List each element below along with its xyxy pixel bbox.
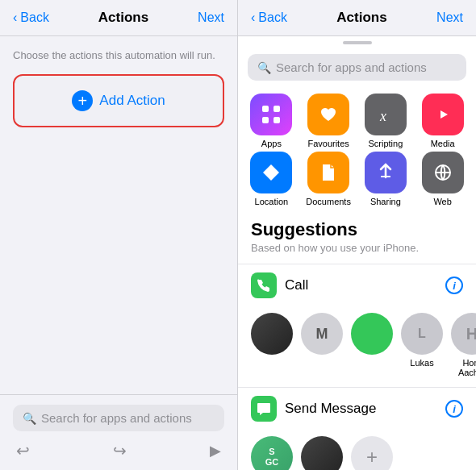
add-contact-button[interactable]: + (351, 436, 393, 470)
sharing-icon (365, 152, 407, 193)
category-sharing[interactable]: Sharing (359, 152, 413, 206)
right-panel: ‹ Back Actions Next 🔍 Search for apps an… (238, 0, 476, 470)
left-nav-title: Actions (98, 10, 148, 26)
right-next-button[interactable]: Next (436, 10, 463, 25)
drag-handle (343, 41, 372, 44)
suggestions-title: Suggestions (238, 219, 476, 242)
right-back-button[interactable]: ‹ Back (251, 10, 287, 25)
suggestion-send-message[interactable]: Send Message i (238, 387, 476, 430)
undo-button[interactable]: ↩ (16, 441, 30, 460)
add-contact-item[interactable]: + (351, 436, 393, 470)
contact-item-lukas[interactable]: L Lukas (401, 313, 443, 377)
location-icon (250, 152, 292, 193)
right-search-placeholder: Search for apps and actions (276, 60, 427, 74)
call-info-button[interactable]: i (445, 277, 463, 294)
bottom-controls: ↩ ↪ ▶ (13, 441, 224, 460)
play-button[interactable]: ▶ (210, 442, 221, 460)
sharing-label: Sharing (370, 197, 401, 206)
right-nav-bar: ‹ Back Actions Next (238, 0, 476, 36)
call-label: Call (285, 277, 445, 293)
contact-name-hom: Hom Aach... (451, 358, 476, 377)
documents-icon (307, 152, 349, 193)
category-web[interactable]: Web (415, 152, 470, 206)
send-message-contacts-row: SGC + (238, 430, 476, 470)
favourites-label: Favourites (307, 139, 349, 148)
redo-button[interactable]: ↪ (113, 441, 127, 460)
apps-icon (250, 94, 292, 135)
left-back-button[interactable]: ‹ Back (13, 10, 49, 25)
media-label: Media (431, 139, 455, 148)
send-message-info-button[interactable]: i (445, 400, 463, 418)
right-search-bar[interactable]: 🔍 Search for apps and actions (248, 54, 466, 81)
svg-rect-0 (262, 106, 269, 112)
category-apps[interactable]: Apps (244, 94, 299, 148)
right-chevron-icon: ‹ (251, 10, 255, 25)
category-documents[interactable]: Documents (302, 152, 356, 206)
contact-item-hom[interactable]: H Hom Aach... (451, 313, 476, 377)
contact-item-sgc[interactable]: SGC (251, 436, 293, 470)
left-content-area: Choose the actions this automation will … (0, 36, 237, 394)
right-nav-title: Actions (336, 10, 386, 26)
documents-label: Documents (306, 197, 351, 206)
add-action-plus-icon: + (72, 90, 93, 111)
left-bottom-bar: 🔍 Search for apps and actions ↩ ↪ ▶ (0, 394, 237, 470)
contact-avatar-3 (351, 313, 393, 355)
contact-avatar-msg2 (301, 436, 343, 470)
contact-item-msg2[interactable] (301, 436, 343, 470)
svg-text:x: x (379, 108, 386, 124)
send-message-icon (251, 396, 277, 422)
send-message-label: Send Message (285, 401, 445, 417)
contact-avatar-lukas: L (401, 313, 443, 355)
right-search-icon: 🔍 (257, 61, 271, 74)
contact-item-3[interactable] (351, 313, 393, 377)
contact-item-1[interactable] (251, 313, 293, 377)
left-search-placeholder: Search for apps and actions (41, 411, 192, 425)
svg-rect-1 (273, 106, 280, 112)
left-nav-bar: ‹ Back Actions Next (0, 0, 237, 36)
scripting-label: Scripting (368, 139, 403, 148)
category-media[interactable]: Media (415, 94, 470, 148)
svg-rect-2 (262, 117, 269, 123)
suggestion-call[interactable]: Call i (238, 264, 476, 306)
left-search-bar[interactable]: 🔍 Search for apps and actions (13, 405, 224, 431)
category-scripting[interactable]: x Scripting (359, 94, 413, 148)
add-action-button[interactable]: + Add Action (13, 74, 224, 127)
scripting-icon: x (365, 94, 407, 135)
categories-grid: Apps Favourites x Scripting (238, 94, 476, 219)
web-label: Web (433, 197, 451, 206)
contact-item-2[interactable]: M (301, 313, 343, 377)
call-icon (251, 272, 277, 298)
media-icon (422, 94, 464, 135)
svg-rect-3 (273, 117, 280, 123)
contact-avatar-hom: H (451, 313, 476, 355)
apps-label: Apps (261, 139, 282, 148)
contact-avatar-sgc: SGC (251, 436, 293, 470)
web-icon (422, 152, 464, 193)
search-icon: 🔍 (23, 412, 36, 425)
right-content-area: 🔍 Search for apps and actions Apps (238, 36, 476, 470)
left-chevron-icon: ‹ (13, 10, 17, 25)
left-next-button[interactable]: Next (198, 10, 224, 25)
call-contacts-row: M L Lukas H Hom Aach... (238, 306, 476, 387)
category-location[interactable]: Location (244, 152, 299, 206)
contact-avatar-2: M (301, 313, 343, 355)
favourites-icon (307, 94, 349, 135)
contact-name-lukas: Lukas (410, 358, 433, 368)
category-favourites[interactable]: Favourites (302, 94, 356, 148)
left-subtitle: Choose the actions this automation will … (13, 49, 224, 61)
location-label: Location (255, 197, 289, 206)
add-action-label: Add Action (99, 93, 165, 109)
suggestions-subtitle: Based on how you use your iPhone. (238, 242, 476, 264)
contact-avatar-1 (251, 313, 293, 355)
left-panel: ‹ Back Actions Next Choose the actions t… (0, 0, 238, 470)
